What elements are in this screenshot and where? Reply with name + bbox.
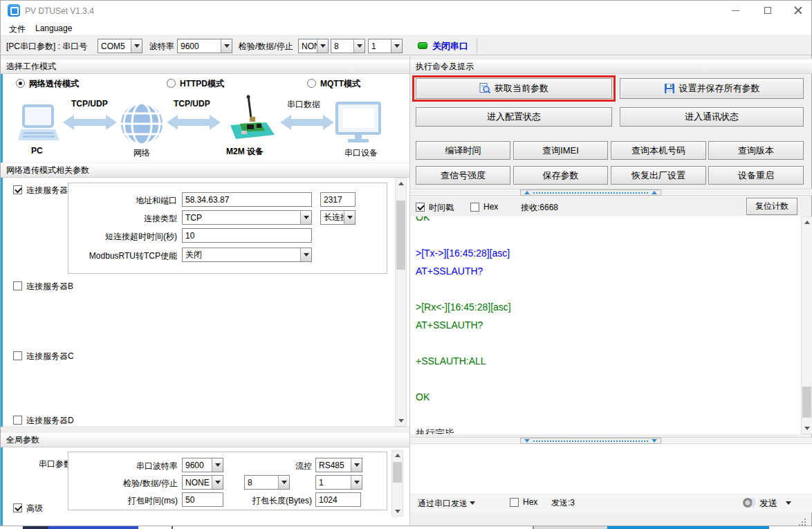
collapse-down-icon[interactable] bbox=[524, 439, 530, 443]
log-output[interactable]: OK >[Tx->][16:45:28][asc]AT+SSLAUTH? >[R… bbox=[410, 216, 801, 434]
recv-hex-checkbox[interactable] bbox=[470, 203, 479, 212]
baud-select[interactable]: 9600 bbox=[177, 39, 232, 53]
chevron-down-icon[interactable] bbox=[353, 39, 365, 53]
device-restart-button[interactable]: 设备重启 bbox=[708, 166, 804, 185]
collapse-up-icon[interactable] bbox=[652, 191, 657, 194]
chevron-down-icon[interactable] bbox=[212, 458, 223, 472]
chevron-down-icon[interactable] bbox=[786, 501, 791, 505]
log-scrollbar[interactable] bbox=[801, 216, 812, 434]
server-a-label[interactable]: 连接服务器A bbox=[26, 185, 73, 196]
collapse-down-icon[interactable] bbox=[652, 439, 657, 443]
global-panel-scrollbar[interactable] bbox=[391, 450, 403, 517]
radio-httpd-mode-label[interactable]: HTTPD模式 bbox=[180, 78, 224, 90]
chevron-down-icon[interactable] bbox=[278, 476, 289, 489]
set-save-params-button[interactable]: 设置并保存所有参数 bbox=[620, 78, 804, 99]
parity-select[interactable]: NONI bbox=[298, 39, 329, 53]
server-panel-scrollbar[interactable] bbox=[395, 178, 407, 427]
send-textarea[interactable] bbox=[410, 444, 812, 493]
scroll-up-icon[interactable] bbox=[392, 451, 403, 460]
splitter-handle[interactable] bbox=[520, 438, 661, 444]
scrollbar-thumb[interactable] bbox=[802, 387, 811, 418]
server-d-checkbox[interactable] bbox=[13, 416, 22, 425]
splitter-handle[interactable] bbox=[520, 189, 661, 196]
timestamp-label[interactable]: 时间戳 bbox=[429, 202, 454, 214]
scroll-down-icon[interactable] bbox=[392, 507, 403, 516]
server-c-label[interactable]: 连接服务器C bbox=[26, 351, 74, 362]
server-c-checkbox[interactable] bbox=[13, 351, 22, 360]
chevron-down-icon[interactable] bbox=[212, 476, 223, 489]
uart-baud-select[interactable]: 9600 bbox=[182, 458, 223, 472]
title-bar[interactable]: PV DTUSet V1.3.4 bbox=[1, 1, 811, 20]
flow-select[interactable]: RS485 bbox=[315, 458, 362, 472]
conn-type-select[interactable]: TCP bbox=[182, 210, 312, 225]
close-button[interactable] bbox=[782, 1, 812, 20]
uart-parity-select[interactable]: NONE bbox=[182, 475, 223, 490]
factory-reset-button[interactable]: 恢复出厂设置 bbox=[611, 166, 706, 185]
radio-transparent-mode[interactable] bbox=[16, 79, 25, 88]
send-splitter[interactable] bbox=[410, 437, 812, 444]
chevron-down-icon[interactable] bbox=[344, 211, 355, 224]
chevron-down-icon[interactable] bbox=[221, 39, 232, 53]
query-number-button[interactable]: 查询本机号码 bbox=[611, 141, 706, 160]
chevron-down-icon[interactable] bbox=[470, 501, 475, 505]
advanced-checkbox[interactable] bbox=[13, 503, 22, 512]
server-a-port-input[interactable]: 2317 bbox=[320, 192, 356, 207]
scroll-up-icon[interactable] bbox=[802, 217, 812, 228]
chevron-down-icon[interactable] bbox=[351, 476, 362, 489]
send-hex-checkbox[interactable] bbox=[510, 498, 519, 507]
scroll-down-icon[interactable] bbox=[802, 423, 812, 434]
enter-comm-button[interactable]: 进入通讯状态 bbox=[620, 107, 804, 127]
server-a-address-input[interactable]: 58.34.63.87 bbox=[182, 192, 312, 207]
conn-mode-select[interactable]: 长连接 bbox=[320, 210, 356, 225]
uart-databits-select[interactable]: 8 bbox=[244, 475, 290, 490]
pack-len-input[interactable]: 1024 bbox=[315, 492, 361, 507]
menu-language[interactable]: Language bbox=[35, 24, 72, 33]
chevron-down-icon[interactable] bbox=[351, 458, 362, 472]
uart-stopbits-select[interactable]: 1 bbox=[315, 475, 362, 490]
advanced-label[interactable]: 高级 bbox=[26, 503, 43, 514]
save-params-button[interactable]: 保存参数 bbox=[513, 166, 608, 185]
scroll-up-icon[interactable] bbox=[396, 178, 406, 189]
recv-hex-label[interactable]: Hex bbox=[483, 202, 498, 212]
modbus-select[interactable]: 关闭 bbox=[182, 248, 312, 262]
scroll-down-icon[interactable] bbox=[396, 416, 406, 426]
server-d-label[interactable]: 连接服务器D bbox=[26, 415, 74, 427]
collapse-up-icon[interactable] bbox=[524, 191, 530, 194]
chevron-down-icon[interactable] bbox=[131, 39, 142, 53]
pack-time-input[interactable]: 50 bbox=[182, 492, 223, 507]
server-b-label[interactable]: 连接服务器B bbox=[26, 281, 73, 293]
radio-mqtt-mode[interactable] bbox=[307, 79, 316, 88]
timestamp-checkbox[interactable] bbox=[416, 203, 425, 212]
reset-counter-button[interactable]: 复位计数 bbox=[746, 198, 797, 215]
radio-transparent-mode-label[interactable]: 网络透传模式 bbox=[29, 78, 79, 90]
query-signal-button[interactable]: 查信号强度 bbox=[416, 166, 510, 185]
server-a-checkbox[interactable] bbox=[13, 185, 22, 194]
menu-file[interactable]: 文件 bbox=[9, 24, 26, 35]
databits-select[interactable]: 8 bbox=[331, 39, 365, 53]
network-globe-icon bbox=[120, 102, 164, 146]
radio-mqtt-mode-label[interactable]: MQTT模式 bbox=[320, 78, 360, 90]
scrollbar-thumb[interactable] bbox=[393, 462, 402, 483]
short-conn-timeout-input[interactable]: 10 bbox=[182, 228, 312, 243]
compile-time-button[interactable]: 编译时间 bbox=[416, 141, 510, 160]
send-button[interactable]: 发送 bbox=[759, 497, 777, 510]
radio-httpd-mode[interactable] bbox=[167, 79, 176, 88]
chevron-down-icon[interactable] bbox=[391, 39, 402, 53]
maximize-button[interactable] bbox=[752, 1, 783, 20]
query-version-button[interactable]: 查询版本 bbox=[708, 141, 804, 160]
send-hex-label[interactable]: Hex bbox=[523, 497, 537, 507]
chevron-down-icon[interactable] bbox=[300, 248, 311, 261]
query-imei-button[interactable]: 查询IMEI bbox=[513, 141, 608, 160]
send-via-serial-dropdown[interactable]: 通过串口发送 bbox=[418, 498, 468, 510]
com-port-select[interactable]: COM5 bbox=[98, 39, 142, 53]
server-b-checkbox[interactable] bbox=[13, 281, 22, 290]
enter-config-button[interactable]: 进入配置状态 bbox=[416, 107, 612, 127]
stopbits-select[interactable]: 1 bbox=[368, 39, 403, 53]
chevron-down-icon[interactable] bbox=[317, 39, 328, 53]
scrollbar-thumb[interactable] bbox=[396, 201, 405, 270]
resize-grip[interactable] bbox=[804, 519, 806, 520]
close-port-button[interactable]: 关闭串口 bbox=[432, 40, 468, 53]
log-splitter[interactable] bbox=[410, 189, 812, 196]
chevron-down-icon[interactable] bbox=[300, 211, 311, 224]
minimize-button[interactable] bbox=[720, 1, 751, 20]
